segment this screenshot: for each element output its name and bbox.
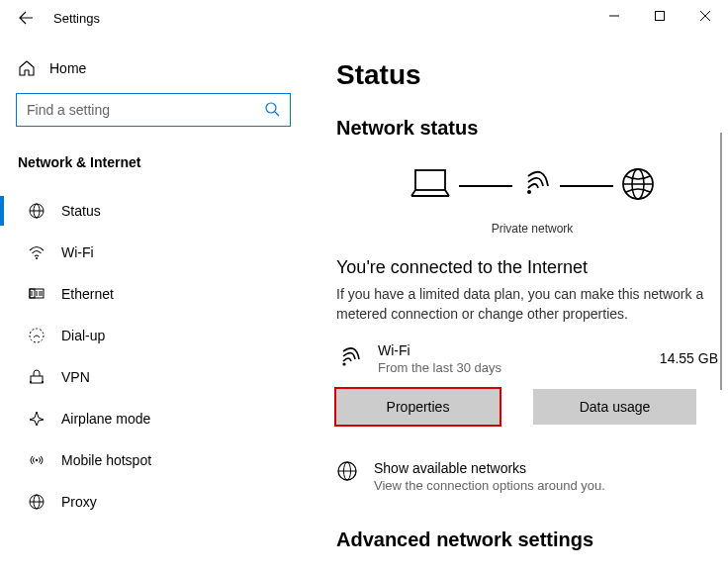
svg-point-29 bbox=[342, 362, 345, 365]
scrollbar[interactable] bbox=[720, 133, 722, 390]
sidebar-item-label: Dial-up bbox=[61, 328, 105, 343]
globe-icon bbox=[336, 460, 358, 485]
proxy-icon bbox=[28, 493, 46, 511]
svg-point-20 bbox=[36, 459, 38, 461]
sidebar-item-status[interactable]: Status bbox=[16, 190, 303, 232]
sidebar-item-label: Proxy bbox=[61, 494, 97, 510]
connection-name: Wi-Fi bbox=[378, 342, 646, 358]
close-icon bbox=[700, 11, 710, 21]
status-heading: Network status bbox=[336, 117, 728, 140]
window-title: Settings bbox=[53, 11, 100, 26]
sidebar-item-proxy[interactable]: Proxy bbox=[16, 481, 303, 523]
sidebar-home[interactable]: Home bbox=[16, 55, 303, 81]
connected-title: You're connected to the Internet bbox=[336, 257, 728, 278]
sidebar-item-wifi[interactable]: Wi-Fi bbox=[16, 232, 303, 273]
maximize-button[interactable] bbox=[637, 0, 682, 32]
home-icon bbox=[18, 59, 36, 77]
close-button[interactable] bbox=[682, 0, 728, 32]
search-icon bbox=[264, 101, 280, 120]
connection-row: Wi-Fi From the last 30 days 14.55 GB bbox=[336, 342, 728, 375]
sidebar-category: Network & Internet bbox=[16, 154, 303, 170]
properties-button[interactable]: Properties bbox=[336, 389, 500, 425]
hotspot-icon bbox=[28, 451, 46, 469]
back-button[interactable] bbox=[16, 8, 36, 28]
connected-desc: If you have a limited data plan, you can… bbox=[336, 284, 712, 325]
connection-usage: 14.55 GB bbox=[660, 350, 728, 366]
sidebar-item-hotspot[interactable]: Mobile hotspot bbox=[16, 439, 303, 481]
main-content: Status Network status Private network Yo… bbox=[307, 36, 728, 577]
svg-rect-24 bbox=[415, 170, 445, 190]
page-title: Status bbox=[336, 59, 728, 91]
sidebar-item-vpn[interactable]: VPN bbox=[16, 356, 303, 398]
sidebar-item-label: VPN bbox=[61, 369, 90, 385]
available-title: Show available networks bbox=[374, 460, 605, 476]
dialup-icon bbox=[28, 327, 46, 344]
svg-point-9 bbox=[36, 257, 38, 259]
svg-point-19 bbox=[42, 381, 44, 383]
network-diagram bbox=[336, 159, 728, 214]
advanced-heading: Advanced network settings bbox=[336, 529, 728, 551]
titlebar: Settings bbox=[0, 0, 728, 36]
globe-icon bbox=[28, 202, 46, 220]
connection-sub: From the last 30 days bbox=[378, 360, 646, 375]
svg-line-5 bbox=[275, 112, 279, 116]
svg-point-25 bbox=[527, 190, 531, 194]
sidebar-item-label: Status bbox=[61, 203, 101, 219]
sidebar: Home Network & Internet Status Wi-Fi bbox=[0, 36, 307, 577]
svg-point-4 bbox=[266, 103, 276, 113]
sidebar-item-label: Ethernet bbox=[61, 286, 114, 302]
show-available-networks[interactable]: Show available networks View the connect… bbox=[336, 460, 728, 493]
sidebar-item-label: Airplane mode bbox=[61, 411, 150, 427]
sidebar-item-label: Mobile hotspot bbox=[61, 452, 151, 468]
wifi-icon bbox=[28, 243, 46, 261]
diagram-line bbox=[459, 185, 512, 187]
search-input[interactable] bbox=[16, 93, 291, 127]
wifi-icon bbox=[518, 166, 554, 205]
diagram-label: Private network bbox=[336, 222, 728, 236]
svg-point-18 bbox=[30, 381, 32, 383]
minimize-icon bbox=[609, 11, 619, 21]
diagram-line bbox=[560, 185, 613, 187]
sidebar-item-label: Wi-Fi bbox=[61, 244, 94, 260]
laptop-icon bbox=[408, 166, 453, 205]
svg-rect-1 bbox=[656, 12, 665, 21]
maximize-icon bbox=[655, 11, 665, 21]
sidebar-item-dialup[interactable]: Dial-up bbox=[16, 315, 303, 356]
ethernet-icon bbox=[28, 285, 46, 303]
wifi-icon bbox=[336, 343, 364, 374]
data-usage-button[interactable]: Data usage bbox=[533, 389, 696, 425]
sidebar-item-ethernet[interactable]: Ethernet bbox=[16, 273, 303, 315]
arrow-left-icon bbox=[18, 10, 34, 26]
sidebar-item-airplane[interactable]: Airplane mode bbox=[16, 398, 303, 439]
globe-icon bbox=[619, 165, 657, 206]
available-sub: View the connection options around you. bbox=[374, 478, 605, 493]
vpn-icon bbox=[28, 368, 46, 386]
sidebar-home-label: Home bbox=[49, 60, 86, 76]
svg-rect-17 bbox=[31, 376, 43, 383]
minimize-button[interactable] bbox=[592, 0, 637, 32]
airplane-icon bbox=[28, 410, 46, 428]
